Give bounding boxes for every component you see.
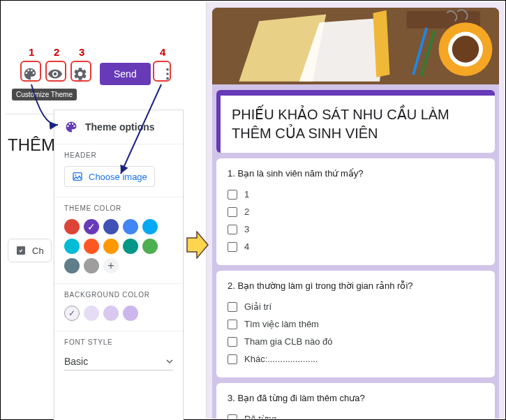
q1-option[interactable]: 2 — [228, 203, 484, 220]
option-label: Đã từng — [244, 414, 276, 419]
annotation-number-3: 3 — [79, 46, 84, 58]
theme-color-swatch[interactable] — [84, 239, 99, 254]
palette-icon — [22, 66, 38, 82]
kebab-icon — [160, 66, 175, 82]
form-header-image — [212, 8, 499, 84]
font-style-label: FONT STYLE — [64, 338, 173, 346]
bg-color-swatch[interactable] — [84, 306, 99, 321]
theme-color-swatch[interactable] — [103, 239, 119, 254]
theme-color-swatch[interactable] — [142, 219, 158, 234]
question-card-3: 3. Bạn đã từng đi làm thêm chưa? Đã từng — [216, 383, 495, 419]
option-label: Khác:.................... — [244, 354, 318, 364]
form-preview: PHIẾU KHẢO SÁT NHU CẦU LÀM THÊM CỦA SINH… — [206, 2, 505, 419]
theme-color-swatches: + — [64, 219, 173, 273]
image-icon — [72, 171, 83, 182]
bg-color-swatch[interactable] — [103, 306, 119, 321]
header-section-label: HEADER — [64, 151, 173, 159]
bg-color-swatches — [64, 306, 173, 321]
q1-option[interactable]: 1 — [228, 186, 484, 203]
bg-title-fragment: THÊM — [8, 135, 55, 155]
checkbox-checked-icon — [15, 245, 27, 256]
bg-checkbox-label-fragment: Ch — [32, 246, 44, 256]
q2-option[interactable]: Tìm việc làm thêm — [228, 315, 484, 333]
big-arrow-icon — [186, 231, 209, 259]
chevron-down-icon — [166, 358, 173, 365]
option-label: Giải trí — [244, 301, 271, 312]
q3-option[interactable]: Đã từng — [228, 410, 484, 419]
svg-point-2 — [166, 77, 169, 80]
customize-theme-button[interactable] — [17, 61, 43, 87]
theme-color-swatch[interactable] — [64, 239, 80, 254]
theme-color-swatch[interactable] — [64, 219, 80, 234]
theme-options-panel: Theme options HEADER Choose image THEME … — [54, 110, 184, 420]
bg-color-swatch[interactable] — [64, 306, 80, 321]
checkbox-icon — [228, 190, 237, 200]
gear-icon — [73, 66, 88, 82]
annotation-number-1: 1 — [29, 46, 34, 58]
question-card-2: 2. Bạn thường làm gì trong thời gian rản… — [216, 271, 495, 377]
form-title-card: PHIẾU KHẢO SÁT NHU CẦU LÀM THÊM CỦA SINH… — [216, 90, 495, 153]
theme-color-label: THEME COLOR — [64, 204, 173, 212]
choose-image-label: Choose image — [89, 172, 147, 182]
annotation-number-4: 4 — [160, 46, 165, 58]
editor-left-pane: Send Customize Theme THÊM Ch Theme optio… — [2, 57, 185, 416]
add-color-button[interactable]: + — [103, 258, 119, 273]
more-button[interactable] — [155, 61, 180, 87]
option-label: 2 — [244, 207, 249, 217]
q2-option[interactable]: Giải trí — [228, 298, 484, 315]
bg-color-label: BACKGROUND COLOR — [64, 291, 173, 299]
checkbox-icon — [228, 354, 237, 364]
option-label: 3 — [244, 224, 249, 234]
preview-button[interactable] — [43, 61, 68, 87]
theme-color-swatch[interactable] — [123, 239, 138, 254]
svg-point-1 — [166, 73, 169, 75]
option-label: Tham gia CLB nào đó — [244, 336, 332, 347]
settings-button[interactable] — [68, 61, 93, 87]
checkbox-icon — [228, 337, 237, 347]
form-toolbar: Send — [17, 59, 185, 89]
checkbox-icon — [228, 225, 237, 234]
eye-icon — [47, 66, 63, 82]
q1-option[interactable]: 3 — [228, 220, 484, 238]
q1-option[interactable]: 4 — [228, 238, 484, 255]
customize-theme-tooltip: Customize Theme — [12, 89, 77, 100]
panel-title: Theme options — [85, 121, 155, 133]
bg-checkbox-fragment: Ch — [8, 239, 52, 262]
option-label: Tìm việc làm thêm — [244, 319, 319, 329]
checkbox-icon — [228, 207, 237, 217]
send-button[interactable]: Send — [100, 63, 151, 85]
q1-text: 1. Bạn là sinh viên năm thứ mấy? — [228, 168, 484, 179]
bg-color-swatch[interactable] — [123, 306, 138, 321]
checkbox-icon — [228, 414, 237, 419]
svg-point-0 — [166, 68, 169, 71]
q2-text: 2. Bạn thường làm gì trong thời gian rản… — [228, 280, 484, 291]
theme-color-swatch[interactable] — [84, 258, 99, 273]
choose-image-button[interactable]: Choose image — [64, 166, 155, 187]
option-label: 4 — [244, 241, 249, 252]
q2-option[interactable]: Khác:.................... — [228, 350, 484, 368]
theme-color-swatch[interactable] — [84, 219, 99, 234]
theme-color-swatch[interactable] — [142, 239, 158, 254]
annotation-number-2: 2 — [54, 46, 59, 58]
checkbox-icon — [228, 302, 237, 312]
q2-option[interactable]: Tham gia CLB nào đó — [228, 333, 484, 350]
svg-point-5 — [75, 174, 76, 176]
theme-color-swatch[interactable] — [123, 219, 138, 234]
font-style-select[interactable]: Basic — [64, 353, 173, 370]
theme-color-swatch[interactable] — [103, 219, 119, 234]
checkbox-icon — [228, 242, 237, 252]
font-style-value: Basic — [64, 356, 88, 367]
form-background-fragment: THÊM Ch — [5, 114, 54, 414]
theme-color-swatch[interactable] — [64, 258, 80, 273]
checkbox-icon — [228, 320, 237, 329]
q3-text: 3. Bạn đã từng đi làm thêm chưa? — [228, 393, 484, 403]
svg-point-13 — [452, 36, 479, 62]
form-title: PHIẾU KHẢO SÁT NHU CẦU LÀM THÊM CỦA SINH… — [232, 105, 484, 143]
palette-icon — [64, 120, 78, 134]
question-card-1: 1. Bạn là sinh viên năm thứ mấy? 1234 — [216, 158, 495, 265]
option-label: 1 — [244, 189, 249, 200]
